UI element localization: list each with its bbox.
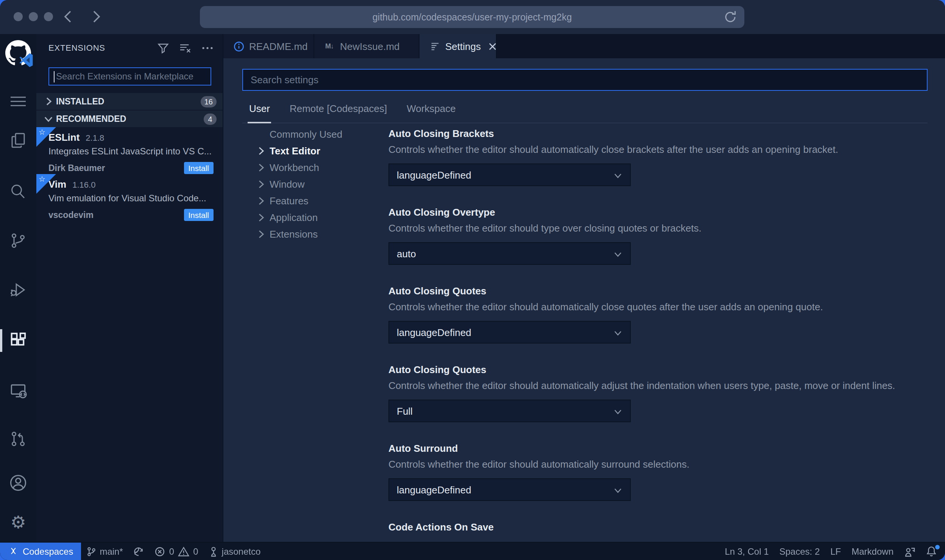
settings-search-input[interactable] bbox=[243, 74, 927, 86]
eol-item[interactable]: LF bbox=[825, 543, 846, 560]
tab-settings[interactable]: Settings bbox=[419, 34, 497, 58]
error-count: 0 bbox=[169, 546, 174, 557]
install-button[interactable]: Install bbox=[184, 162, 214, 174]
scope-tab-remote[interactable]: Remote [Codespaces] bbox=[288, 103, 388, 123]
sidebar-header: EXTENSIONS bbox=[36, 34, 223, 61]
tree-item-window[interactable]: Window bbox=[258, 176, 388, 192]
tree-item-text-editor[interactable]: Text Editor bbox=[258, 142, 388, 159]
codespaces-status-item[interactable]: Codespaces bbox=[0, 543, 81, 560]
setting-dropdown[interactable]: Full bbox=[388, 400, 631, 422]
settings-list: Auto Closing Brackets Controls whether t… bbox=[388, 123, 928, 542]
sync-status-item[interactable] bbox=[128, 543, 150, 560]
scope-tab-workspace[interactable]: Workspace bbox=[405, 103, 457, 123]
window-close-button[interactable] bbox=[14, 12, 23, 21]
settings-search-box[interactable] bbox=[242, 69, 928, 91]
tree-item-extensions[interactable]: Extensions bbox=[258, 226, 388, 242]
more-actions-icon[interactable] bbox=[201, 41, 214, 54]
extensions-search-input[interactable] bbox=[49, 71, 211, 82]
user-status-item[interactable]: jasonetco bbox=[204, 543, 266, 560]
explorer-icon[interactable] bbox=[6, 128, 30, 152]
language-mode-item[interactable]: Markdown bbox=[846, 543, 899, 560]
chevron-right-icon bbox=[258, 145, 270, 156]
warning-count: 0 bbox=[193, 546, 198, 557]
settings-tree: Commonly Used Text Editor Workbench bbox=[242, 123, 388, 542]
section-installed[interactable]: INSTALLED 16 bbox=[36, 93, 223, 110]
sidebar-title: EXTENSIONS bbox=[48, 43, 157, 52]
tab-label: Settings bbox=[445, 40, 481, 52]
dropdown-value: languageDefined bbox=[397, 327, 471, 338]
settings-body: Commonly Used Text Editor Workbench bbox=[242, 123, 928, 542]
dropdown-value: languageDefined bbox=[397, 484, 471, 495]
section-count-badge: 16 bbox=[201, 96, 217, 107]
extensions-icon[interactable] bbox=[6, 328, 30, 353]
notification-dot bbox=[935, 545, 940, 549]
setting-description: Controls whether the editor should type … bbox=[388, 222, 928, 235]
section-recommended[interactable]: RECOMMENDED 4 bbox=[36, 110, 223, 127]
url-text: github.com/codespaces/user-my-project-mg… bbox=[373, 12, 572, 22]
settings-gear-icon[interactable]: ⚙ bbox=[6, 510, 30, 534]
tree-item-workbench[interactable]: Workbench bbox=[258, 159, 388, 176]
source-control-icon[interactable] bbox=[6, 229, 30, 253]
setting-dropdown[interactable]: languageDefined bbox=[388, 478, 631, 501]
filter-icon[interactable] bbox=[157, 41, 170, 54]
remote-icon bbox=[8, 547, 18, 556]
setting-title: Auto Surround bbox=[388, 443, 928, 455]
menu-icon[interactable] bbox=[6, 89, 30, 114]
scope-tab-user[interactable]: User bbox=[248, 103, 271, 123]
extension-description: Vim emulation for Visual Studio Code... bbox=[48, 193, 214, 207]
url-bar[interactable]: github.com/codespaces/user-my-project-mg… bbox=[200, 6, 744, 28]
user-label: jasonetco bbox=[222, 546, 261, 557]
tab-label: README.md bbox=[249, 40, 308, 52]
info-icon bbox=[232, 40, 245, 52]
chevron-down-icon bbox=[613, 485, 623, 496]
active-view-indicator bbox=[0, 329, 2, 352]
tree-item-commonly-used[interactable]: Commonly Used bbox=[258, 126, 388, 142]
clear-search-icon[interactable] bbox=[179, 41, 192, 54]
window-minimize-button[interactable] bbox=[29, 12, 38, 21]
section-label: RECOMMENDED bbox=[56, 114, 204, 123]
account-icon[interactable] bbox=[6, 471, 30, 495]
search-icon[interactable] bbox=[6, 179, 30, 204]
problems-status-item[interactable]: 0 0 bbox=[150, 543, 204, 560]
setting-dropdown[interactable]: auto bbox=[388, 242, 631, 265]
close-icon[interactable] bbox=[488, 40, 497, 52]
forward-button[interactable] bbox=[88, 8, 104, 25]
extension-publisher: vscodevim bbox=[48, 210, 184, 219]
pull-request-icon[interactable] bbox=[6, 427, 30, 451]
reload-icon[interactable] bbox=[723, 10, 738, 24]
window-zoom-button[interactable] bbox=[44, 12, 53, 21]
extension-item-vim[interactable]: ☆ Vim 1.16.0 Vim emulation for Visual St… bbox=[36, 174, 223, 221]
sidebar-sections: INSTALLED 16 RECOMMENDED 4 bbox=[36, 93, 223, 127]
codespaces-label: Codespaces bbox=[23, 546, 73, 557]
branch-label: main* bbox=[100, 546, 123, 557]
tree-item-application[interactable]: Application bbox=[258, 209, 388, 226]
setting-auto-closing-brackets: Auto Closing Brackets Controls whether t… bbox=[388, 128, 928, 186]
setting-dropdown[interactable]: languageDefined bbox=[388, 163, 631, 186]
browser-nav bbox=[59, 8, 104, 25]
run-debug-icon[interactable] bbox=[6, 278, 30, 302]
back-button[interactable] bbox=[59, 8, 76, 25]
branch-status-item[interactable]: main* bbox=[81, 543, 128, 560]
setting-title: Code Actions On Save bbox=[388, 521, 928, 534]
chevron-right-icon bbox=[258, 229, 270, 239]
tab-readme[interactable]: README.md bbox=[223, 34, 314, 58]
setting-title: Auto Closing Overtype bbox=[388, 207, 928, 219]
install-button[interactable]: Install bbox=[184, 208, 214, 221]
chevron-down-icon bbox=[613, 170, 623, 181]
tree-item-features[interactable]: Features bbox=[258, 192, 388, 209]
markdown-icon: M↓ bbox=[323, 40, 335, 52]
settings-editor: User Remote [Codespaces] Workspace Commo… bbox=[223, 58, 945, 542]
extensions-sidebar: EXTENSIONS bbox=[36, 34, 223, 542]
cursor-position-item[interactable]: Ln 3, Col 1 bbox=[719, 543, 774, 560]
setting-description: Controls whether the editor should autom… bbox=[388, 144, 928, 156]
remote-explorer-icon[interactable] bbox=[6, 378, 30, 403]
extension-item-eslint[interactable]: ☆ ESLint 2.1.8 Integrates ESLint JavaScr… bbox=[36, 127, 223, 174]
feedback-item[interactable] bbox=[899, 543, 921, 560]
notifications-item[interactable] bbox=[921, 543, 942, 560]
dropdown-value: Full bbox=[397, 405, 413, 417]
extensions-search-box[interactable] bbox=[48, 67, 211, 86]
indentation-item[interactable]: Spaces: 2 bbox=[774, 543, 825, 560]
tab-strip: README.md M↓ NewIssue.md Settings bbox=[223, 34, 945, 58]
tab-newissue[interactable]: M↓ NewIssue.md bbox=[314, 34, 419, 58]
setting-dropdown[interactable]: languageDefined bbox=[388, 321, 631, 344]
